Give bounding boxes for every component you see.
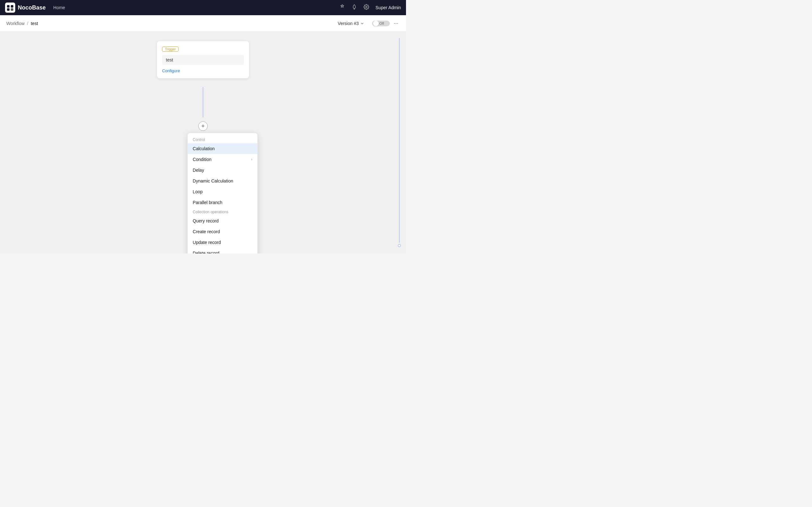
breadcrumb-workflow[interactable]: Workflow [6,21,24,26]
nav-home[interactable]: Home [53,5,65,10]
plugin-icon[interactable] [339,4,345,11]
menu-item-loop-label: Loop [193,189,203,194]
menu-item-delay[interactable]: Delay [188,165,258,176]
add-node-button[interactable]: + [198,121,208,131]
breadcrumb-bar: Workflow / test Version #3 Off ··· [0,15,406,32]
menu-item-calculation[interactable]: Calculation [188,143,258,154]
top-navigation: NocoBase Home Super Admin [0,0,406,15]
menu-item-delete-record[interactable]: Delete record [188,248,258,253]
collection-section-label: Collection operations [188,208,258,216]
trigger-node: Trigger test Configure [157,41,249,78]
menu-item-create-record[interactable]: Create record [188,226,258,237]
menu-item-create-record-label: Create record [193,229,220,234]
breadcrumb-separator: / [27,21,28,26]
menu-item-update-record-label: Update record [193,240,221,245]
control-section-label: Control [188,135,258,143]
svg-rect-1 [7,5,9,8]
nav-icons: Super Admin [339,4,401,11]
indicator-line [399,38,400,243]
svg-rect-0 [5,3,15,13]
svg-rect-2 [11,5,13,8]
node-title: test [162,55,244,65]
menu-item-condition[interactable]: Condition › [188,154,258,165]
menu-item-update-record[interactable]: Update record [188,237,258,248]
connector-line [203,87,203,118]
chevron-right-icon: › [251,157,252,162]
svg-point-7 [366,6,367,8]
logo: NocoBase [5,3,46,13]
menu-item-parallel-branch[interactable]: Parallel branch [188,197,258,208]
svg-rect-4 [11,8,13,11]
toggle-switch[interactable]: Off [372,20,390,26]
menu-item-loop[interactable]: Loop [188,186,258,197]
settings-icon[interactable] [363,4,369,11]
configure-link[interactable]: Configure [162,68,180,73]
more-button[interactable]: ··· [392,19,400,28]
logo-icon [5,3,15,13]
indicator-dot [398,244,401,247]
logo-text: NocoBase [18,4,46,11]
rocket-icon[interactable] [351,4,357,11]
menu-item-dynamic-calculation-label: Dynamic Calculation [193,178,234,183]
trigger-badge: Trigger [162,47,179,52]
workflow-canvas: Trigger test Configure + Control Calcula… [0,32,406,253]
chevron-down-icon [360,21,364,26]
toggle-circle [373,20,379,26]
right-indicator [399,38,400,247]
toggle-off-label: Off [379,21,384,25]
breadcrumb-current: test [31,21,38,26]
menu-item-calculation-label: Calculation [193,146,215,151]
menu-item-delete-record-label: Delete record [193,250,219,253]
svg-rect-3 [7,8,9,11]
menu-item-query-record-label: Query record [193,218,219,223]
node-type-dropdown: Control Calculation Condition › Delay Dy… [188,133,258,253]
menu-item-dynamic-calculation[interactable]: Dynamic Calculation [188,176,258,186]
user-label[interactable]: Super Admin [375,5,401,10]
version-selector[interactable]: Version #3 [338,21,364,26]
menu-item-condition-label: Condition [193,157,212,162]
menu-item-query-record[interactable]: Query record [188,216,258,226]
menu-item-parallel-branch-label: Parallel branch [193,200,222,205]
version-label: Version #3 [338,21,359,26]
menu-item-delay-label: Delay [193,168,204,173]
